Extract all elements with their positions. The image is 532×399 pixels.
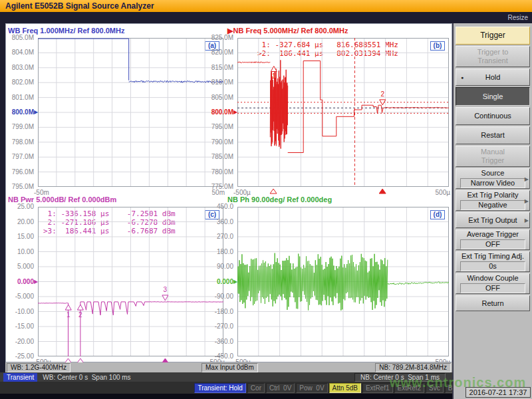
softkey-ext-trig-polarity[interactable]: Ext Trig PolarityNegative▶ <box>456 190 530 211</box>
softkey-value-average-trigger: OFF <box>460 239 525 249</box>
title-bar: Agilent E5052B Signal Source Analyzer <box>0 0 532 12</box>
svg-text:2: 2 <box>78 311 82 319</box>
y-tick-c-10.00: 10.00 <box>5 248 34 255</box>
status-extref2: ExtRef2 <box>394 383 425 393</box>
y-tick-a-804.0M: 804.0M <box>5 49 34 56</box>
plot-grid-d[interactable] <box>237 207 449 364</box>
softkey-trigger-to: Trigger toTransient <box>456 46 530 67</box>
y-tick-d--270.0: -270.0 <box>204 323 233 330</box>
y-tick-d--180.0: -180.0 <box>204 308 233 315</box>
selected-bullet-icon: ● <box>461 75 464 80</box>
y-tick-d-180.0: 180.0 <box>204 248 233 255</box>
plot-grid-c[interactable]: 123 <box>38 207 223 364</box>
y-tick-d-0.000: 0.000 <box>204 278 233 285</box>
status-extref1: ExtRef1 <box>362 383 393 393</box>
softkey-value-window-couple: OFF <box>460 283 525 293</box>
y-tick-a-798.0M: 798.0M <box>5 138 34 146</box>
y-tick-c-0.000: 0.000 <box>5 278 34 285</box>
softkey-continuous[interactable]: Continuous <box>456 107 530 125</box>
y-tick-b-785.0M: 785.0M <box>204 153 233 160</box>
softkey-ext-trig-output[interactable]: Ext Trig Output▶ <box>456 212 530 228</box>
submenu-arrow-icon: ▶ <box>525 217 529 223</box>
wb-range-box: WB: 1.2G-400MHz <box>7 363 70 372</box>
marker-2-c <box>77 305 83 310</box>
y-tick-a-805.0M: 805.0M <box>5 34 34 41</box>
y-tick-b-825.0M: 825.0M <box>204 34 233 41</box>
y-tick-b-800.0M: 800.0M <box>204 108 233 116</box>
svg-text:1: 1 <box>272 72 276 80</box>
range-bar: WB: 1.2G-400MHz Max Input 0dBm NB: 789.2… <box>5 362 452 372</box>
y-tick-c-5.000: 5.000 <box>5 263 34 270</box>
submenu-arrow-icon: ▶ <box>525 176 529 182</box>
y-tick-c-20.00: 20.00 <box>5 218 34 225</box>
window-strip: Resize <box>0 12 532 23</box>
y-tick-d-360.0: 360.0 <box>204 218 233 225</box>
softkey-source[interactable]: SourceNarrow Video▶ <box>456 168 530 189</box>
svg-text:1: 1 <box>66 311 70 319</box>
status-cor: Cor <box>247 383 265 393</box>
plot-grid-a[interactable] <box>38 38 223 195</box>
status-items: Transient: HoldCorCtrl 0VPow 0VAttn 5dBE… <box>194 383 463 393</box>
status-ctrl-0v: Ctrl 0V <box>266 383 295 393</box>
softkey-single[interactable]: Single <box>456 87 530 106</box>
y-tick-d--450.0: -450.0 <box>204 352 233 360</box>
trace-title-d[interactable]: NB Ph 90.00deg/ Ref 0.000deg <box>227 196 332 203</box>
softkey-average-trigger[interactable]: Average TriggerOFF <box>456 229 530 250</box>
y-tick-d--90.00: -90.00 <box>204 293 233 300</box>
nb-range-box: NB: 789.2M-814.8MHz <box>375 363 451 372</box>
app-title: Agilent E5052B Signal Source Analyzer <box>0 1 154 11</box>
softkey-value-ext-trig-timing-adj-: 0s <box>460 261 525 271</box>
y-tick-c--15.00: -15.00 <box>5 323 34 330</box>
svg-text:2: 2 <box>380 90 384 98</box>
plot-grid-b[interactable]: 12 <box>237 38 449 195</box>
y-tick-d-450.0: 450.0 <box>204 203 233 210</box>
y-tick-b-805.0M: 805.0M <box>204 94 233 101</box>
softkey-manual: ManualTrigger <box>456 146 530 167</box>
y-tick-a-803.0M: 803.0M <box>5 64 34 71</box>
max-input-box: Max Input 0dBm <box>201 363 258 372</box>
y-tick-c-15.00: 15.00 <box>5 233 34 240</box>
datetime-display: 2016-07-21 17:37 <box>466 387 531 398</box>
y-tick-d-270.0: 270.0 <box>204 233 233 240</box>
y-tick-b-775.0M: 775.0M <box>204 183 233 190</box>
nb-span-text: NB: Center 0 s Span 1 ms <box>354 373 446 382</box>
y-tick-c--5.000: -5.000 <box>5 293 34 300</box>
softkey-restart[interactable]: Restart <box>456 126 530 144</box>
softkey-window-couple[interactable]: Window CoupleOFF <box>456 273 530 294</box>
transient-mode-badge: Transient <box>3 373 37 382</box>
y-tick-b-815.0M: 815.0M <box>204 64 233 71</box>
status-attn-5db: Attn 5dB <box>329 383 361 393</box>
svg-text:3: 3 <box>164 286 168 293</box>
softkey-value-source: Narrow Video <box>460 178 525 188</box>
resize-button[interactable]: Resize <box>507 14 528 21</box>
y-tick-a-801.0M: 801.0M <box>5 94 34 101</box>
trace-title-b[interactable]: ▶NB Freq 5.000MHz/ Ref 800.0MHz <box>227 27 348 35</box>
y-tick-c--10.00: -10.00 <box>5 308 34 315</box>
softkey-return[interactable]: Return <box>456 295 530 311</box>
y-tick-b-810.0M: 810.0M <box>204 78 233 86</box>
status-transient-hold: Transient: Hold <box>194 383 245 393</box>
y-tick-a-796.0M: 796.0M <box>5 168 34 176</box>
softkey-ext-trig-timing-adj-[interactable]: Ext Trig Timing Adj.0s <box>456 251 530 272</box>
y-tick-d--360.0: -360.0 <box>204 338 233 345</box>
y-tick-b-795.0M: 795.0M <box>204 123 233 130</box>
wb-span-text: WB: Center 0 s Span 100 ms <box>43 374 130 381</box>
y-tick-c-25.00: 25.00 <box>5 203 34 210</box>
status-svc: Svc <box>426 383 444 393</box>
y-tick-c--20.00: -20.00 <box>5 338 34 345</box>
span-bar: Transient WB: Center 0 s Span 100 ms NB:… <box>0 372 452 382</box>
y-tick-d-90.00: 90.00 <box>204 263 233 270</box>
softkey-hold[interactable]: Hold● <box>456 68 530 86</box>
y-tick-a-802.0M: 802.0M <box>5 78 34 86</box>
softkey-value-ext-trig-polarity: Negative <box>460 200 525 210</box>
y-tick-a-795.0M: 795.0M <box>5 183 34 190</box>
marker-3-c <box>162 295 168 301</box>
y-tick-b-820.0M: 820.0M <box>204 49 233 56</box>
y-tick-a-799.0M: 799.0M <box>5 123 34 130</box>
softkey-menu: TriggerTrigger toTransientHold●SingleCon… <box>452 23 532 399</box>
softkey-trigger[interactable]: Trigger <box>456 27 530 45</box>
marker-1-c <box>65 305 71 310</box>
y-tick-b-780.0M: 780.0M <box>204 168 233 176</box>
status-pow-0v: Pow 0V <box>296 383 327 393</box>
y-tick-a-797.0M: 797.0M <box>5 153 34 160</box>
